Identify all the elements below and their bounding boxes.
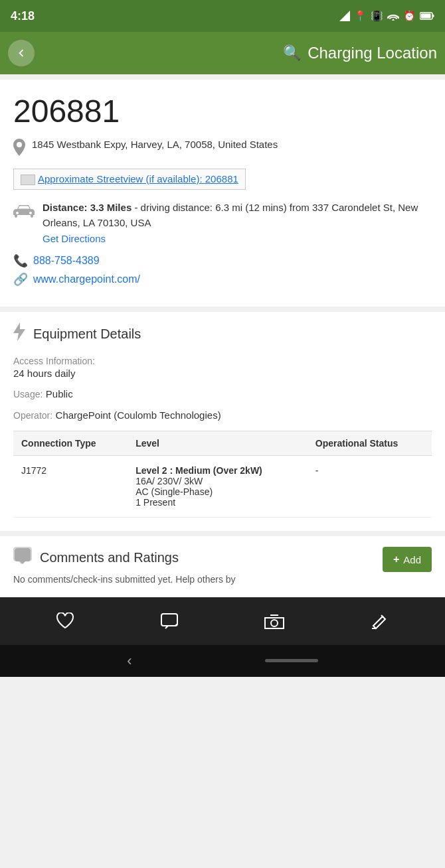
nav-title-area: 🔍 Charging Location <box>45 44 437 62</box>
home-pill[interactable] <box>265 659 318 662</box>
edit-icon <box>371 613 389 630</box>
vibrate-icon: 📳 <box>371 10 383 22</box>
status-bar: 4:18 📍 📳 ⏰ <box>0 0 445 32</box>
streetview-container: Approximate Streetview (if available): 2… <box>13 169 432 200</box>
streetview-link[interactable]: Approximate Streetview (if available): 2… <box>13 169 246 190</box>
location-id: 206881 <box>13 93 432 129</box>
wifi-icon <box>387 11 399 21</box>
pin-svg <box>13 139 25 156</box>
operator-label: Operator: <box>13 410 52 421</box>
operator-value: ChargePoint (Coulomb Technologies) <box>56 409 221 421</box>
chat-icon <box>160 613 179 630</box>
comments-header: Comments and Ratings <box>13 547 432 568</box>
back-arrow-icon <box>14 46 29 60</box>
favorites-nav-button[interactable] <box>56 613 74 630</box>
nav-bar: 🔍 Charging Location <box>0 32 445 74</box>
phone-row: 📞 888-758-4389 <box>13 253 432 268</box>
battery-icon <box>420 12 434 20</box>
chat-bubble-svg <box>13 547 32 564</box>
equipment-card: Equipment Details Access Information: 24… <box>0 312 445 531</box>
usage-row: Usage: Public <box>13 388 432 400</box>
distance-miles: Distance: 3.3 Miles <box>43 202 132 213</box>
alarm-icon: ⏰ <box>403 10 416 22</box>
status-time: 4:18 <box>11 9 35 23</box>
edit-nav-button[interactable] <box>371 613 389 630</box>
phone-link[interactable]: 888-758-4389 <box>33 255 100 267</box>
phone-icon: 📞 <box>13 253 28 268</box>
back-button[interactable] <box>8 40 35 66</box>
add-comment-button[interactable]: + Add <box>383 547 432 572</box>
contact-row: 📞 888-758-4389 🔗 www.chargepoint.com/ <box>13 253 432 287</box>
location-icon: 📍 <box>354 10 367 22</box>
add-label: Add <box>403 554 421 565</box>
table-row: J1772Level 2 : Medium (Over 2kW)16A/ 230… <box>13 456 432 518</box>
status-icons: 📍 📳 ⏰ <box>339 10 434 22</box>
access-info-row: Access Information: 24 hours daily <box>13 356 432 379</box>
access-label: Access Information: <box>13 356 432 366</box>
comments-card: Comments and Ratings + Add No comments/c… <box>0 536 445 597</box>
heart-icon <box>56 613 74 630</box>
svg-rect-4 <box>161 614 177 626</box>
comments-nav-button[interactable] <box>160 613 179 630</box>
usage-label: Usage: <box>13 389 43 399</box>
svg-point-5 <box>271 620 278 626</box>
svg-rect-3 <box>421 14 431 19</box>
camera-nav-button[interactable] <box>264 613 285 630</box>
address-row: 1845 Westbank Expy, Harvey, LA, 70058, U… <box>13 137 432 159</box>
access-value: 24 hours daily <box>13 368 432 379</box>
external-link-icon: 🔗 <box>13 272 28 287</box>
distance-details: Distance: 3.3 Miles - driving distance: … <box>43 200 432 244</box>
svg-marker-0 <box>339 11 350 21</box>
usage-value: Public <box>46 388 73 399</box>
streetview-label: Approximate Streetview (if available): 2… <box>38 173 238 184</box>
system-back-button[interactable]: ‹ <box>127 652 132 670</box>
col-operational-status: Operational Status <box>308 431 432 456</box>
car-svg <box>13 204 35 218</box>
table-header-row: Connection Type Level Operational Status <box>13 431 432 456</box>
comments-icon <box>13 547 32 568</box>
col-level: Level <box>128 431 308 456</box>
streetview-thumbnail <box>21 175 35 185</box>
web-row: 🔗 www.chargepoint.com/ <box>13 272 432 287</box>
bolt-icon <box>13 323 25 345</box>
distance-row: Distance: 3.3 Miles - driving distance: … <box>13 200 432 244</box>
col-connection-type: Connection Type <box>13 431 128 456</box>
pin-icon <box>13 139 25 159</box>
operator-row: Operator: ChargePoint (Coulomb Technolog… <box>13 409 432 421</box>
car-icon <box>13 202 35 223</box>
location-card: 206881 1845 Westbank Expy, Harvey, LA, 7… <box>0 80 445 307</box>
level-cell: Level 2 : Medium (Over 2kW)16A/ 230V/ 3k… <box>128 456 308 518</box>
plus-icon: + <box>393 553 399 565</box>
operational-status-cell: - <box>308 456 432 518</box>
search-icon[interactable]: 🔍 <box>283 44 301 62</box>
get-directions-link[interactable]: Get Directions <box>43 233 432 244</box>
address-text: 1845 Westbank Expy, Harvey, LA, 70058, U… <box>32 137 278 151</box>
equipment-header: Equipment Details <box>13 323 432 345</box>
comments-subtext: No comments/check-ins submitted yet. Hel… <box>13 573 432 587</box>
bottom-nav <box>0 597 445 645</box>
camera-icon <box>264 613 285 630</box>
distance-text: Distance: 3.3 Miles - driving distance: … <box>43 202 418 228</box>
bolt-svg <box>13 323 25 341</box>
comments-section-title: Comments and Ratings <box>40 550 179 565</box>
system-nav: ‹ <box>0 645 445 677</box>
svg-rect-2 <box>432 15 434 17</box>
equipment-table: Connection Type Level Operational Status… <box>13 431 432 518</box>
equipment-section-title: Equipment Details <box>33 326 141 342</box>
website-link[interactable]: www.chargepoint.com/ <box>33 273 140 285</box>
signal-icon <box>339 11 350 21</box>
page-title: Charging Location <box>308 44 437 62</box>
connection-type-cell: J1772 <box>13 456 128 518</box>
